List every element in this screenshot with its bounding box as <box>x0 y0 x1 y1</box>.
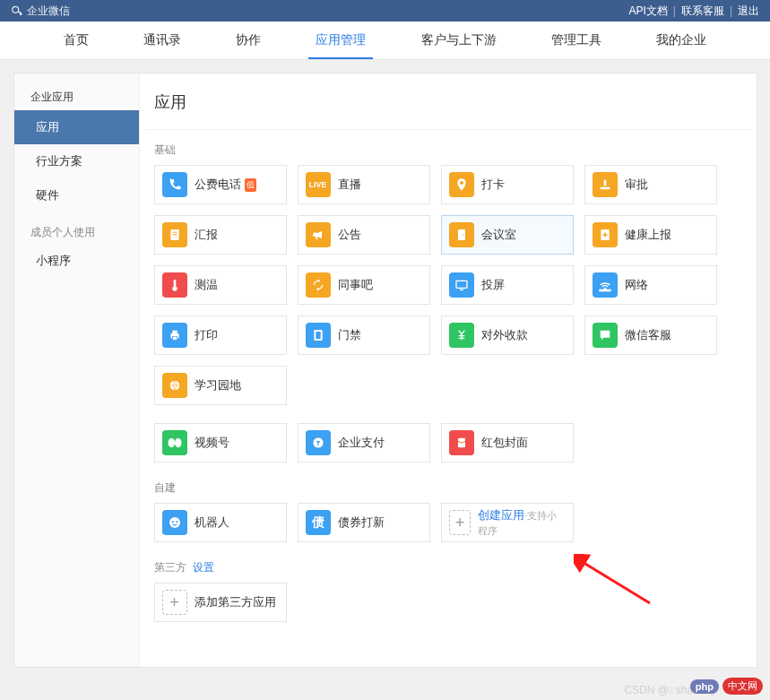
svg-point-10 <box>172 286 177 290</box>
app-cast[interactable]: 投屏 <box>441 265 574 305</box>
app-wecom-cs[interactable]: 微信客服 <box>584 315 717 355</box>
channels-icon <box>162 430 187 455</box>
wallet-icon <box>306 430 331 455</box>
section-label-basic: 基础 <box>154 143 742 158</box>
app-label: 投屏 <box>481 277 505 293</box>
app-report[interactable]: 汇报 <box>154 215 287 255</box>
app-network[interactable]: 网络 <box>584 265 717 305</box>
svg-point-1 <box>20 13 22 15</box>
app-grid-custom: 机器人 债 债券打新 + 创建应用·支持小程序 <box>154 503 742 542</box>
svg-rect-6 <box>458 229 465 240</box>
nav-customers[interactable]: 客户与上下游 <box>414 22 504 59</box>
app-channels[interactable]: 视频号 <box>154 423 287 462</box>
door-icon <box>449 222 474 247</box>
exchange-icon <box>306 272 331 298</box>
brand: 企业微信 <box>11 4 70 19</box>
app-label: 汇报 <box>195 227 218 243</box>
third-settings-link[interactable]: 设置 <box>193 561 214 574</box>
add-third-party-button[interactable]: + 添加第三方应用 <box>154 583 287 622</box>
app-redpacket[interactable]: 红包封面 <box>441 423 574 462</box>
nav-home[interactable]: 首页 <box>56 22 96 59</box>
app-label: 红包封面 <box>481 435 528 451</box>
sidebar: 企业应用 应用 行业方案 硬件 成员个人使用 小程序 <box>14 73 140 667</box>
svg-point-24 <box>176 521 177 523</box>
app-label: 同事吧 <box>338 277 373 293</box>
location-icon <box>449 172 474 197</box>
svg-rect-5 <box>172 234 177 235</box>
divider: | <box>673 4 676 17</box>
section-third: 第三方 设置 + 添加第三方应用 <box>140 560 757 640</box>
app-phone[interactable]: 公费电话 值 <box>154 165 287 204</box>
logout-link[interactable]: 退出 <box>738 4 759 19</box>
app-label: 学习园地 <box>195 377 241 393</box>
app-label: 视频号 <box>195 435 229 451</box>
app-robot[interactable]: 机器人 <box>154 503 287 542</box>
brand-icon <box>11 4 23 17</box>
app-payout[interactable]: 对外收款 <box>441 315 574 355</box>
document-icon <box>162 222 187 247</box>
app-grid-extra: 视频号 企业支付 红包封面 <box>154 423 742 462</box>
section-extra: 视频号 企业支付 红包封面 <box>140 423 757 480</box>
nav-my[interactable]: 我的企业 <box>649 22 714 59</box>
app-coupon[interactable]: 债 债券打新 <box>298 503 430 542</box>
megaphone-icon <box>306 222 331 247</box>
app-label: 打卡 <box>481 177 505 193</box>
svg-rect-4 <box>172 232 177 233</box>
main-nav: 首页 通讯录 协作 应用管理 客户与上下游 管理工具 我的企业 <box>0 22 770 60</box>
svg-rect-13 <box>600 290 610 290</box>
app-checkin[interactable]: 打卡 <box>441 165 574 204</box>
sidebar-item-apps[interactable]: 应用 <box>14 110 139 144</box>
app-label: 微信客服 <box>625 327 671 343</box>
svg-rect-9 <box>173 280 176 287</box>
app-temp[interactable]: 测温 <box>154 265 287 305</box>
svg-rect-16 <box>172 336 177 340</box>
nav-apps[interactable]: 应用管理 <box>308 22 373 59</box>
svg-point-0 <box>13 6 19 13</box>
app-announce[interactable]: 公告 <box>298 215 430 255</box>
divider: | <box>730 4 732 17</box>
main-content: 应用 基础 公费电话 值 LIVE 直播 打卡 <box>140 73 757 667</box>
stamp-icon <box>593 172 618 197</box>
app-health[interactable]: 健康上报 <box>584 215 717 255</box>
health-icon <box>593 222 618 247</box>
svg-rect-11 <box>456 281 467 288</box>
nav-collab[interactable]: 协作 <box>229 22 268 59</box>
phone-icon <box>162 172 187 197</box>
app-door[interactable]: 门禁 <box>298 315 430 355</box>
svg-rect-15 <box>172 331 177 333</box>
sidebar-item-miniprog[interactable]: 小程序 <box>14 244 139 278</box>
phone-badge: 值 <box>245 178 256 192</box>
app-approve[interactable]: 审批 <box>584 165 717 204</box>
plus-icon: + <box>162 590 187 615</box>
sidebar-heading-enterprise: 企业应用 <box>14 82 139 110</box>
app-tongshi[interactable]: 同事吧 <box>298 265 430 305</box>
nav-tools[interactable]: 管理工具 <box>544 22 609 59</box>
app-print[interactable]: 打印 <box>154 315 287 355</box>
brand-text: 企业微信 <box>27 4 70 19</box>
app-label: 机器人 <box>195 514 229 531</box>
app-label: 健康上报 <box>625 227 671 243</box>
svg-rect-2 <box>600 187 610 190</box>
app-epay[interactable]: 企业支付 <box>298 423 430 462</box>
nav-contacts[interactable]: 通讯录 <box>136 22 188 59</box>
wifi-icon <box>593 272 618 298</box>
create-link: 创建应用 <box>478 508 524 522</box>
api-docs-link[interactable]: API文档 <box>628 4 667 19</box>
create-app-button[interactable]: + 创建应用·支持小程序 <box>441 503 574 542</box>
svg-point-23 <box>171 521 173 523</box>
robot-icon <box>162 510 187 535</box>
coupon-icon: 债 <box>306 510 331 535</box>
app-live[interactable]: LIVE 直播 <box>298 165 430 204</box>
section-basic: 基础 公费电话 值 LIVE 直播 打卡 审批 <box>140 143 757 423</box>
thermometer-icon <box>162 272 187 298</box>
app-meeting[interactable]: 会议室 <box>441 215 574 255</box>
printer-icon <box>162 323 187 348</box>
third-label: 第三方 <box>154 561 186 574</box>
contact-link[interactable]: 联系客服 <box>681 4 724 19</box>
app-label: 债券打新 <box>338 514 385 531</box>
app-study[interactable]: 学习园地 <box>154 366 287 405</box>
sidebar-item-industry[interactable]: 行业方案 <box>14 144 139 178</box>
sidebar-item-hardware[interactable]: 硬件 <box>14 178 139 212</box>
app-label: 公告 <box>338 227 361 243</box>
app-label: 审批 <box>625 177 648 193</box>
